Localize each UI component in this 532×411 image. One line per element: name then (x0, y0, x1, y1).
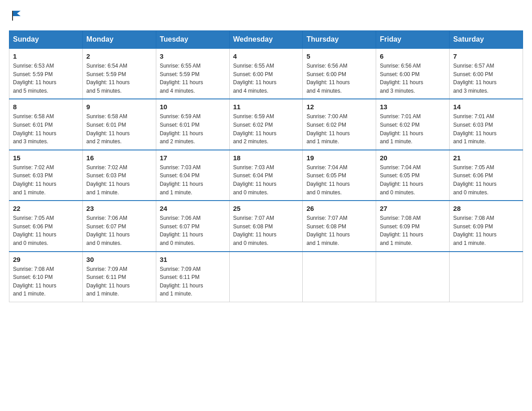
day-info: Sunrise: 6:58 AMSunset: 6:01 PMDaylight:… (13, 112, 79, 146)
day-number: 6 (380, 52, 446, 60)
calendar-cell: 26Sunrise: 7:07 AMSunset: 6:08 PMDayligh… (303, 201, 376, 251)
calendar-cell: 11Sunrise: 6:59 AMSunset: 6:02 PMDayligh… (229, 99, 303, 150)
column-header-friday: Friday (376, 31, 450, 49)
day-number: 28 (453, 205, 519, 212)
day-number: 5 (306, 52, 372, 60)
day-number: 19 (306, 154, 372, 162)
day-number: 22 (13, 205, 79, 212)
day-info: Sunrise: 7:06 AMSunset: 6:07 PMDaylight:… (160, 214, 226, 247)
day-info: Sunrise: 7:04 AMSunset: 6:05 PMDaylight:… (306, 163, 372, 197)
day-number: 13 (380, 103, 446, 111)
day-info: Sunrise: 6:56 AMSunset: 6:00 PMDaylight:… (380, 62, 446, 95)
calendar-cell: 19Sunrise: 7:04 AMSunset: 6:05 PMDayligh… (303, 150, 376, 201)
day-info: Sunrise: 7:00 AMSunset: 6:02 PMDaylight:… (306, 112, 372, 146)
calendar-cell: 6Sunrise: 6:56 AMSunset: 6:00 PMDaylight… (376, 48, 450, 99)
day-info: Sunrise: 7:08 AMSunset: 6:09 PMDaylight:… (380, 214, 446, 247)
day-number: 26 (306, 205, 372, 212)
day-info: Sunrise: 7:02 AMSunset: 6:03 PMDaylight:… (13, 163, 79, 197)
day-info: Sunrise: 6:56 AMSunset: 6:00 PMDaylight:… (306, 62, 372, 95)
calendar-cell: 3Sunrise: 6:55 AMSunset: 5:59 PMDaylight… (156, 48, 229, 99)
day-info: Sunrise: 7:08 AMSunset: 6:09 PMDaylight:… (453, 214, 519, 247)
day-info: Sunrise: 6:57 AMSunset: 6:00 PMDaylight:… (453, 62, 519, 95)
day-info: Sunrise: 7:01 AMSunset: 6:02 PMDaylight:… (380, 112, 446, 146)
day-number: 30 (86, 256, 152, 263)
calendar-cell: 2Sunrise: 6:54 AMSunset: 5:59 PMDaylight… (82, 48, 156, 99)
calendar-cell: 18Sunrise: 7:03 AMSunset: 6:04 PMDayligh… (229, 150, 303, 201)
day-info: Sunrise: 7:01 AMSunset: 6:03 PMDaylight:… (453, 112, 519, 146)
day-info: Sunrise: 6:55 AMSunset: 6:00 PMDaylight:… (233, 62, 299, 95)
column-header-monday: Monday (82, 31, 156, 49)
day-number: 24 (160, 205, 226, 212)
day-info: Sunrise: 6:54 AMSunset: 5:59 PMDaylight:… (86, 62, 152, 95)
calendar-cell: 16Sunrise: 7:02 AMSunset: 6:03 PMDayligh… (82, 150, 156, 201)
day-number: 8 (13, 103, 79, 111)
day-info: Sunrise: 7:04 AMSunset: 6:05 PMDaylight:… (380, 163, 446, 197)
page-header (9, 9, 523, 21)
calendar-cell: 7Sunrise: 6:57 AMSunset: 6:00 PMDaylight… (450, 48, 523, 99)
calendar-cell: 10Sunrise: 6:59 AMSunset: 6:01 PMDayligh… (156, 99, 229, 150)
column-header-sunday: Sunday (9, 31, 83, 49)
day-number: 31 (160, 256, 226, 263)
calendar-cell (450, 252, 523, 302)
calendar-cell: 8Sunrise: 6:58 AMSunset: 6:01 PMDaylight… (9, 99, 83, 150)
calendar-cell: 13Sunrise: 7:01 AMSunset: 6:02 PMDayligh… (376, 99, 450, 150)
day-number: 15 (13, 154, 79, 162)
day-number: 16 (86, 154, 152, 162)
day-number: 14 (453, 103, 519, 111)
calendar-cell: 17Sunrise: 7:03 AMSunset: 6:04 PMDayligh… (156, 150, 229, 201)
calendar-cell (376, 252, 450, 302)
day-info: Sunrise: 7:09 AMSunset: 6:11 PMDaylight:… (160, 265, 226, 298)
day-number: 25 (233, 205, 299, 212)
logo (9, 9, 23, 21)
day-info: Sunrise: 6:59 AMSunset: 6:01 PMDaylight:… (160, 112, 226, 146)
day-info: Sunrise: 7:06 AMSunset: 6:07 PMDaylight:… (86, 214, 152, 247)
day-number: 2 (86, 52, 152, 60)
day-number: 3 (160, 52, 226, 60)
calendar-week-row: 1Sunrise: 6:53 AMSunset: 5:59 PMDaylight… (9, 48, 523, 99)
day-info: Sunrise: 7:03 AMSunset: 6:04 PMDaylight:… (233, 163, 299, 197)
calendar-cell: 12Sunrise: 7:00 AMSunset: 6:02 PMDayligh… (303, 99, 376, 150)
calendar-cell: 25Sunrise: 7:07 AMSunset: 6:08 PMDayligh… (229, 201, 303, 251)
calendar-cell: 23Sunrise: 7:06 AMSunset: 6:07 PMDayligh… (82, 201, 156, 251)
day-info: Sunrise: 7:02 AMSunset: 6:03 PMDaylight:… (86, 163, 152, 197)
column-header-wednesday: Wednesday (229, 31, 303, 49)
day-info: Sunrise: 6:53 AMSunset: 5:59 PMDaylight:… (13, 62, 79, 95)
day-number: 18 (233, 154, 299, 162)
day-number: 11 (233, 103, 299, 111)
calendar-cell: 28Sunrise: 7:08 AMSunset: 6:09 PMDayligh… (450, 201, 523, 251)
day-number: 17 (160, 154, 226, 162)
calendar-cell: 14Sunrise: 7:01 AMSunset: 6:03 PMDayligh… (450, 99, 523, 150)
calendar-cell: 20Sunrise: 7:04 AMSunset: 6:05 PMDayligh… (376, 150, 450, 201)
day-info: Sunrise: 7:05 AMSunset: 6:06 PMDaylight:… (453, 163, 519, 197)
calendar-header-row: SundayMondayTuesdayWednesdayThursdayFrid… (9, 31, 523, 49)
day-number: 29 (13, 256, 79, 263)
calendar-week-row: 8Sunrise: 6:58 AMSunset: 6:01 PMDaylight… (9, 99, 523, 150)
column-header-thursday: Thursday (303, 31, 376, 49)
calendar-table: SundayMondayTuesdayWednesdayThursdayFrid… (9, 30, 523, 302)
day-info: Sunrise: 7:07 AMSunset: 6:08 PMDaylight:… (233, 214, 299, 247)
day-number: 23 (86, 205, 152, 212)
calendar-cell: 15Sunrise: 7:02 AMSunset: 6:03 PMDayligh… (9, 150, 83, 201)
day-info: Sunrise: 6:58 AMSunset: 6:01 PMDaylight:… (86, 112, 152, 146)
column-header-tuesday: Tuesday (156, 31, 229, 49)
calendar-cell: 30Sunrise: 7:09 AMSunset: 6:11 PMDayligh… (82, 252, 156, 302)
column-header-saturday: Saturday (450, 31, 523, 49)
calendar-cell: 27Sunrise: 7:08 AMSunset: 6:09 PMDayligh… (376, 201, 450, 251)
day-number: 4 (233, 52, 299, 60)
calendar-cell: 5Sunrise: 6:56 AMSunset: 6:00 PMDaylight… (303, 48, 376, 99)
day-info: Sunrise: 7:08 AMSunset: 6:10 PMDaylight:… (13, 265, 79, 298)
calendar-cell: 24Sunrise: 7:06 AMSunset: 6:07 PMDayligh… (156, 201, 229, 251)
day-info: Sunrise: 6:59 AMSunset: 6:02 PMDaylight:… (233, 112, 299, 146)
day-info: Sunrise: 7:07 AMSunset: 6:08 PMDaylight:… (306, 214, 372, 247)
calendar-cell: 9Sunrise: 6:58 AMSunset: 6:01 PMDaylight… (82, 99, 156, 150)
day-info: Sunrise: 6:55 AMSunset: 5:59 PMDaylight:… (160, 62, 226, 95)
calendar-cell: 29Sunrise: 7:08 AMSunset: 6:10 PMDayligh… (9, 252, 83, 302)
calendar-week-row: 15Sunrise: 7:02 AMSunset: 6:03 PMDayligh… (9, 150, 523, 201)
day-info: Sunrise: 7:03 AMSunset: 6:04 PMDaylight:… (160, 163, 226, 197)
day-number: 7 (453, 52, 519, 60)
day-info: Sunrise: 7:05 AMSunset: 6:06 PMDaylight:… (13, 214, 79, 247)
day-number: 21 (453, 154, 519, 162)
day-number: 27 (380, 205, 446, 212)
calendar-cell (229, 252, 303, 302)
logo-flag-icon (11, 9, 23, 21)
